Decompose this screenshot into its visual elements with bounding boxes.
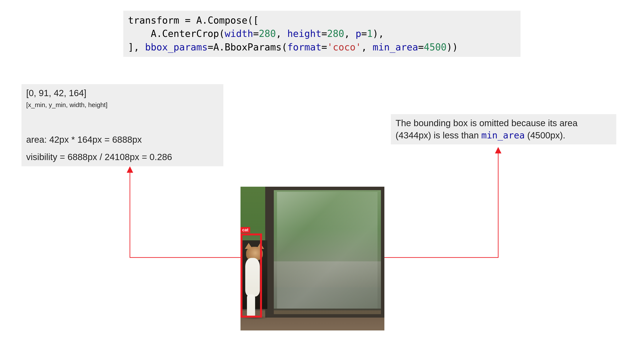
left-info-box: [0, 91, 42, 164] [x_min, y_min, width, h… xyxy=(22,84,223,166)
bbox-format-text: [x_min, y_min, width, height] xyxy=(26,101,218,109)
min-area-code: min_area xyxy=(481,130,524,141)
right-info-box: The bounding box is omitted because its … xyxy=(391,114,616,144)
code-block: transform = A.Compose([ A.CenterCrop(wid… xyxy=(123,11,520,57)
right-line1: The bounding box is omitted because its … xyxy=(396,118,578,128)
image-panel: cat xyxy=(240,187,384,331)
visibility-line: visibility = 6888px / 24108px = 0.286 xyxy=(26,151,218,163)
bounding-box-label: cat xyxy=(240,227,250,233)
right-line2b: (4500px). xyxy=(525,130,566,140)
bounding-box-rect xyxy=(240,234,262,318)
right-line2a: (4344px) is less than xyxy=(396,130,481,140)
area-line: area: 42px * 164px = 6888px xyxy=(26,134,218,146)
bbox-coords-text: [0, 91, 42, 164] xyxy=(26,87,218,99)
